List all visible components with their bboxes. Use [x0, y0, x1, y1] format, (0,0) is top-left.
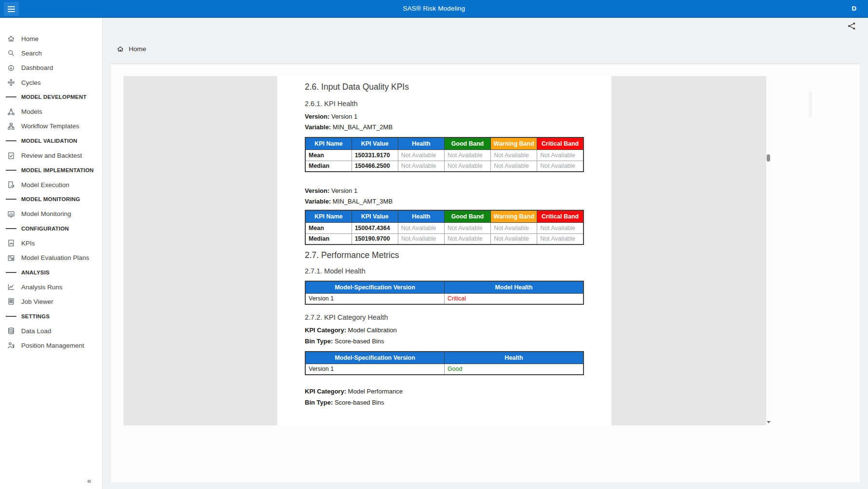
section-heading-2-7-1: 2.7.1. Model Health: [305, 267, 366, 275]
sidebar-item-search[interactable]: Search: [0, 46, 102, 60]
sidebar-item-model-monitoring[interactable]: Model Monitoring: [0, 207, 102, 221]
report-page: 2.6. Input Data Quality KPIs 2.6.1. KPI …: [277, 76, 611, 425]
sidebar-item-model-execution[interactable]: Model Execution: [0, 177, 102, 192]
dashboard-icon: [7, 64, 15, 72]
sidebar-item-analysis-runs[interactable]: Analysis Runs: [0, 280, 102, 294]
table-cell: Not Available: [444, 161, 490, 172]
sidebar-item-label: Model Evaluation Plans: [21, 254, 89, 261]
column-header-kpi-name: KPI Name: [305, 210, 352, 222]
job-viewer-icon: [7, 298, 15, 305]
section-heading-2-7: 2.7. Performance Metrics: [305, 250, 399, 260]
sidebar-item-review-and-backtest[interactable]: Review and Backtest: [0, 148, 102, 163]
data-load-icon: [7, 327, 15, 335]
table-cell: Not Available: [398, 233, 444, 244]
column-header-health: Health: [445, 352, 584, 364]
section-dash-icon: [6, 228, 16, 229]
sidebar-section-label: CONFIGURATION: [21, 226, 69, 231]
model-evaluation-plans-icon: [7, 254, 15, 262]
table-row: Version 1Good: [305, 364, 583, 375]
table-cell: Not Available: [398, 149, 444, 161]
section-heading-2-6-1: 2.6.1. KPI Health: [305, 100, 358, 108]
section-dash-icon: [6, 199, 16, 200]
sidebar-item-kpis[interactable]: KPIs: [0, 236, 102, 250]
share-icon: [847, 22, 856, 30]
sidebar-item-model-evaluation-plans[interactable]: Model Evaluation Plans: [0, 250, 102, 265]
table-cell: Median: [305, 161, 352, 172]
column-header-good-band: Good Band: [444, 210, 490, 222]
table-cell: Not Available: [491, 149, 537, 161]
share-button[interactable]: [846, 20, 857, 32]
sidebar-section-analysis: ANALYSIS: [0, 265, 102, 280]
column-header-model-specification-version: Model-Specification Version: [305, 281, 445, 293]
table-row: Median150466.2500Not AvailableNot Availa…: [305, 161, 583, 172]
sidebar-item-label: Home: [21, 35, 39, 42]
bin-type-label: Bin Type: Score-based Bins: [305, 399, 384, 406]
table-row: Median150190.9700Not AvailableNot Availa…: [305, 233, 583, 244]
panel-scrollbar-thumb[interactable]: [809, 91, 812, 117]
viewer-scrollbar-down-arrow-icon[interactable]: [767, 421, 771, 423]
table-cell: Mean: [305, 222, 352, 233]
sidebar-section-label: ANALYSIS: [21, 270, 50, 275]
version-label: Version: Version 1: [305, 187, 357, 194]
breadcrumb-home-link[interactable]: Home: [117, 45, 146, 53]
sidebar-section-label: MODEL DEVELOPMENT: [21, 94, 86, 100]
column-header-kpi-name: KPI Name: [305, 137, 352, 149]
sidebar-section-label: MODEL IMPLEMENTATION: [21, 167, 94, 173]
column-header-kpi-value: KPI Value: [352, 210, 398, 222]
sidebar-item-cycles[interactable]: Cycles: [0, 75, 102, 90]
sidebar-item-workflow-templates[interactable]: Workflow Templates: [0, 119, 102, 134]
sidebar-item-label: KPIs: [21, 240, 35, 247]
sidebar-item-position-management[interactable]: Position Management: [0, 338, 102, 353]
viewer-scrollbar-track[interactable]: [766, 76, 771, 425]
sidebar-item-label: Cycles: [21, 79, 41, 86]
version-label: Version: Version 1: [305, 113, 357, 120]
sidebar-item-job-viewer[interactable]: Job Viewer: [0, 294, 102, 309]
model-monitoring-icon: [7, 210, 15, 218]
table-cell: 150047.4364: [352, 222, 398, 233]
sidebar-item-label: Dashboard: [21, 64, 53, 71]
table-cell: 150331.9170: [352, 149, 398, 161]
column-header-health: Health: [398, 210, 444, 222]
sidebar-section-settings: SETTINGS: [0, 309, 102, 324]
sidebar-item-models[interactable]: Models: [0, 104, 102, 119]
table-cell: Not Available: [537, 149, 583, 161]
column-header-critical-band: Critical Band: [537, 137, 583, 149]
table-cell: 150190.9700: [352, 233, 398, 244]
search-icon: [7, 49, 15, 57]
variable-label: Variable: MIN_BAL_AMT_2MB: [305, 123, 393, 131]
app-title: SAS® Risk Modeling: [0, 0, 868, 17]
sidebar-item-label: Model Execution: [21, 181, 69, 189]
user-avatar[interactable]: D: [849, 0, 859, 17]
section-dash-icon: [6, 140, 16, 141]
sidebar-item-home[interactable]: Home: [0, 31, 102, 46]
sidebar-section-model-monitoring: MODEL MONITORING: [0, 192, 102, 206]
sidebar-item-label: Analysis Runs: [21, 284, 63, 291]
sas-risk-modeling-app: { "topbar": { "title": "SAS® Risk Modeli…: [0, 0, 868, 489]
kpi-category-label: KPI Category: Model Performance: [305, 388, 403, 395]
table-row: Mean150331.9170Not AvailableNot Availabl…: [305, 149, 583, 161]
sidebar-collapse-button[interactable]: «: [83, 475, 95, 486]
sidebar-item-data-load[interactable]: Data Load: [0, 324, 102, 338]
column-header-model-specification-version: Model-Specification Version: [305, 352, 445, 364]
table-cell: Good: [445, 364, 584, 375]
section-dash-icon: [6, 316, 16, 317]
table-cell: 150466.2500: [352, 161, 398, 172]
table-cell: Not Available: [444, 233, 490, 244]
category-health-table: Model-Specification VersionHealthVersion…: [305, 351, 584, 375]
table-cell: Mean: [305, 149, 352, 161]
table-cell: Not Available: [444, 222, 490, 233]
analysis-runs-icon: [7, 283, 15, 291]
table-cell: Not Available: [398, 222, 444, 233]
column-header-model-health: Model Health: [445, 281, 584, 293]
sidebar-section-configuration: CONFIGURATION: [0, 221, 102, 236]
sidebar-item-label: Models: [21, 108, 42, 115]
table-cell: Not Available: [537, 222, 583, 233]
sidebar-item-label: Review and Backtest: [21, 152, 82, 159]
viewer-scrollbar-thumb[interactable]: [767, 154, 770, 162]
cycles-icon: [7, 79, 15, 86]
sidebar-section-label: MODEL VALIDATION: [21, 138, 77, 144]
model-health-table: Model-Specification VersionModel HealthV…: [305, 281, 584, 305]
sidebar-item-label: Workflow Templates: [21, 122, 79, 130]
review-backtest-icon: [7, 152, 15, 160]
sidebar-item-dashboard[interactable]: Dashboard: [0, 61, 102, 75]
